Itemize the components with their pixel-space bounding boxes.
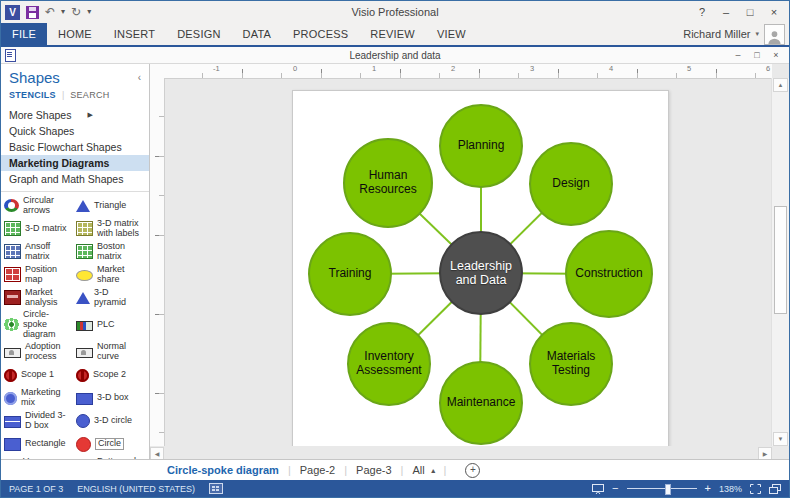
doc-minimize-button[interactable]: – [729, 49, 747, 62]
stencil-label: Rectangle [25, 439, 66, 449]
account-menu[interactable]: Richard Miller ▾ [683, 23, 785, 45]
nav-graph-math-shapes[interactable]: Graph and Math Shapes [1, 171, 149, 187]
doc-close-button[interactable]: × [767, 49, 785, 62]
stencil-plc[interactable]: PLC [76, 309, 148, 341]
insert-page-button[interactable]: + [465, 463, 480, 478]
minimize-button[interactable]: – [715, 3, 737, 21]
undo-icon[interactable]: ↶ [45, 6, 55, 18]
page-tab-3[interactable]: Page-3 [354, 464, 393, 476]
node-design[interactable]: Design [529, 142, 613, 226]
page-tab-2[interactable]: Page-2 [298, 464, 337, 476]
tab-data[interactable]: DATA [232, 23, 283, 45]
stencil-3d-circle[interactable]: 3-D circle [76, 410, 148, 433]
stencil-normal-curve[interactable]: Normal curve [76, 341, 148, 364]
save-icon[interactable] [26, 6, 39, 19]
undo-dropdown-icon[interactable]: ▾ [61, 6, 65, 18]
nav-quick-shapes[interactable]: Quick Shapes [1, 123, 149, 139]
help-button[interactable]: ? [691, 3, 713, 21]
zoom-level[interactable]: 138% [719, 484, 742, 494]
collapse-panel-icon[interactable]: ‹ [138, 72, 141, 83]
zoom-out-button[interactable]: − [612, 483, 618, 494]
visio-app-icon[interactable]: V [5, 5, 20, 20]
stencil-ansoff-matrix[interactable]: Ansoff matrix [4, 240, 76, 263]
shapes-panel: Shapes ‹ STENCILS | SEARCH More Shapes ▶… [1, 64, 150, 460]
tab-review[interactable]: REVIEW [359, 23, 426, 45]
zoom-slider[interactable] [627, 488, 697, 489]
vertical-scrollbar[interactable]: ▲ ▼ [771, 78, 789, 446]
stencil-label: Marketing mix [21, 388, 67, 408]
stencil-label: 3-D matrix with labels [97, 219, 143, 239]
ansoff-matrix-icon [4, 244, 21, 259]
stencil-triangle[interactable]: Triangle [76, 194, 148, 217]
stencil-label: Normal curve [97, 342, 143, 362]
stencil-market-share[interactable]: Market share [76, 263, 148, 286]
stencil-label: Boston matrix [97, 242, 143, 262]
tab-view[interactable]: VIEW [426, 23, 477, 45]
nav-marketing-diagrams[interactable]: Marketing Diagrams [1, 155, 149, 171]
stencil-label: Position map [25, 265, 71, 285]
node-inventory-assessment[interactable]: Inventory Assessment [347, 322, 431, 406]
ribbon-tab-row: FILE HOME INSERT DESIGN DATA PROCESS REV… [1, 23, 789, 45]
stencil-boston-matrix[interactable]: Boston matrix [76, 240, 148, 263]
horizontal-ruler: -1 0 1 2 3 4 5 6 [164, 64, 772, 79]
doc-restore-button[interactable]: □ [748, 49, 766, 62]
stencil-marketing-mix[interactable]: Marketing mix [4, 387, 76, 410]
zoom-slider-thumb[interactable] [665, 484, 671, 495]
normal-curve-icon [76, 348, 93, 358]
tab-stencils[interactable]: STENCILS [9, 90, 56, 100]
stencil-3d-matrix[interactable]: 3-D matrix [4, 217, 76, 240]
node-training[interactable]: Training [308, 232, 392, 316]
stencil-position-map[interactable]: Position map [4, 263, 76, 286]
stencil-label: PLC [97, 320, 115, 330]
stencil-market-analysis[interactable]: Market analysis [4, 286, 76, 309]
stencil-3d-pyramid[interactable]: 3-D pyramid [76, 286, 148, 309]
restore-button[interactable]: □ [739, 3, 761, 21]
stencil-divided-3d-box[interactable]: Divided 3-D box [4, 410, 76, 433]
stencil-label: 3-D matrix [25, 224, 67, 234]
language-indicator[interactable]: ENGLISH (UNITED STATES) [77, 484, 195, 494]
stencil-scope-1[interactable]: Scope 1 [4, 364, 76, 387]
tab-search[interactable]: SEARCH [70, 90, 109, 100]
scroll-down-icon[interactable]: ▼ [773, 432, 788, 446]
presentation-mode-icon[interactable] [592, 484, 604, 494]
stencil-rectangle[interactable]: Rectangle [4, 433, 76, 456]
scroll-up-icon[interactable]: ▲ [773, 78, 788, 92]
redo-icon[interactable]: ↻ [71, 6, 81, 18]
stencil-circle[interactable]: Circle [76, 433, 148, 456]
scrollbar-thumb[interactable] [774, 206, 787, 314]
drawing-page[interactable]: Planning Design Construction Materials T… [292, 90, 669, 446]
switch-windows-icon[interactable] [769, 484, 781, 494]
zoom-in-button[interactable]: + [705, 483, 711, 494]
customize-qat-icon[interactable]: ▾ [87, 6, 91, 18]
node-center-leadership-and-data[interactable]: Leadership and Data [439, 231, 523, 315]
node-materials-testing[interactable]: Materials Testing [529, 322, 613, 406]
stencil-3d-box[interactable]: 3-D box [76, 387, 148, 410]
status-bar: PAGE 1 OF 3 ENGLISH (UNITED STATES) − + … [1, 480, 789, 497]
nav-more-shapes[interactable]: More Shapes ▶ [1, 107, 149, 123]
node-maintenance[interactable]: Maintenance [439, 361, 523, 445]
node-human-resources[interactable]: Human Resources [343, 138, 433, 228]
tab-design[interactable]: DESIGN [166, 23, 231, 45]
fit-page-to-window-icon[interactable] [750, 484, 761, 494]
shapes-panel-tabs: STENCILS | SEARCH [1, 87, 149, 104]
stencil-adoption-process[interactable]: Adoption process [4, 341, 76, 364]
page-indicator[interactable]: PAGE 1 OF 3 [9, 484, 63, 494]
tab-home[interactable]: HOME [47, 23, 103, 45]
ruler-number: -1 [213, 64, 220, 73]
close-button[interactable]: × [763, 3, 785, 21]
nav-basic-flowchart-shapes[interactable]: Basic Flowchart Shapes [1, 139, 149, 155]
avatar[interactable] [764, 24, 785, 45]
stencil-circle-spoke-diagram[interactable]: Circle-spoke diagram [4, 309, 76, 341]
all-pages-button[interactable]: All [410, 464, 426, 476]
stencil-scope-2[interactable]: Scope 2 [76, 364, 148, 387]
page-tab-circle-spoke-diagram[interactable]: Circle-spoke diagram [165, 464, 281, 476]
stencil-circular-arrows[interactable]: Circular arrows [4, 194, 76, 217]
box-icon [76, 393, 93, 405]
tab-process[interactable]: PROCESS [282, 23, 359, 45]
node-planning[interactable]: Planning [439, 104, 523, 188]
stencil-3d-matrix-labels[interactable]: 3-D matrix with labels [76, 217, 148, 240]
tab-insert[interactable]: INSERT [103, 23, 166, 45]
tab-file[interactable]: FILE [1, 23, 47, 45]
drawing-viewport[interactable]: Planning Design Construction Materials T… [164, 78, 772, 446]
node-construction[interactable]: Construction [565, 230, 653, 318]
